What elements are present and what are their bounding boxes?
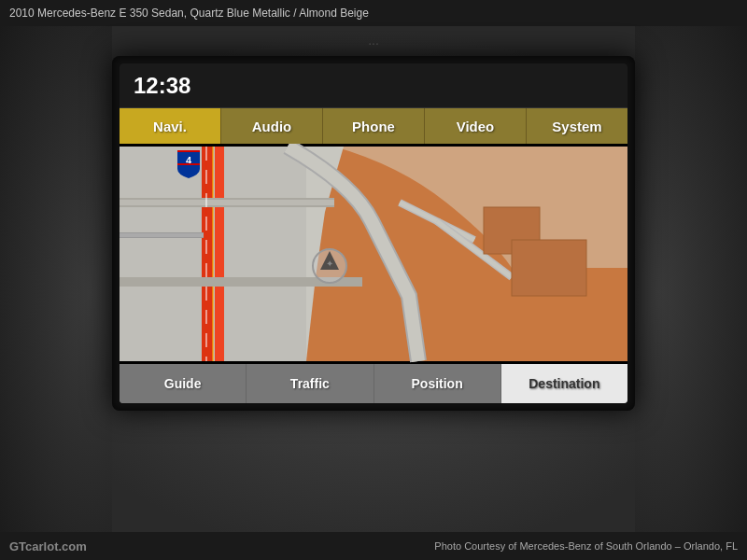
clock-display: 12:38 xyxy=(134,73,190,99)
tab-system[interactable]: System xyxy=(527,108,627,144)
bottom-buttons: Guide Traffic Position Destination xyxy=(120,364,627,403)
photo-credit: Photo Courtesy of Mercedes-Benz of South… xyxy=(434,540,738,552)
nav-tabs: Navi. Audio Phone Video System xyxy=(120,108,627,144)
decorative-dots: ... xyxy=(368,33,379,48)
destination-button[interactable]: Destination xyxy=(501,364,627,403)
svg-rect-22 xyxy=(512,240,586,296)
svg-rect-4 xyxy=(215,147,224,361)
title-bar: 2010 Mercedes-Benz E 350 Sedan, Quartz B… xyxy=(0,0,747,26)
guide-button[interactable]: Guide xyxy=(120,364,247,403)
tab-video[interactable]: Video xyxy=(425,108,527,144)
interior-right xyxy=(635,26,747,560)
map-svg: 4 ✦ xyxy=(120,144,627,364)
tab-navi[interactable]: Navi. xyxy=(120,108,221,144)
map-area: 4 ✦ xyxy=(120,144,627,364)
traffic-button[interactable]: Traffic xyxy=(247,364,374,403)
nav-screen: 12:38 Navi. Audio Phone Video System xyxy=(120,63,627,403)
screen-bezel: 12:38 Navi. Audio Phone Video System xyxy=(112,56,635,411)
svg-rect-3 xyxy=(202,147,213,361)
tab-phone[interactable]: Phone xyxy=(323,108,425,144)
interior-left xyxy=(0,26,112,560)
svg-rect-7 xyxy=(120,200,334,205)
site-logo[interactable]: GTcarlot.com xyxy=(9,539,87,553)
svg-text:✦: ✦ xyxy=(326,259,333,269)
page-title: 2010 Mercedes-Benz E 350 Sedan, Quartz B… xyxy=(9,7,369,20)
tab-audio[interactable]: Audio xyxy=(221,108,323,144)
screen-header: 12:38 xyxy=(120,63,627,108)
position-button[interactable]: Position xyxy=(374,364,501,403)
svg-rect-5 xyxy=(212,147,214,361)
footer: GTcarlot.com Photo Courtesy of Mercedes-… xyxy=(0,532,747,560)
